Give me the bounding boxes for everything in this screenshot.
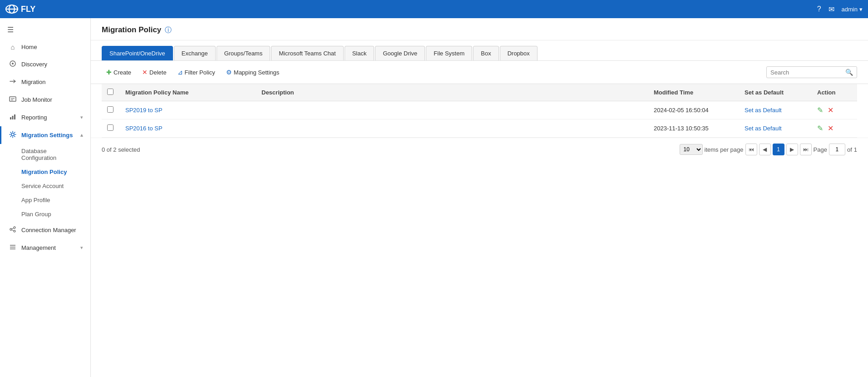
tab-dropbox[interactable]: Dropbox [500, 46, 538, 60]
svg-rect-8 [10, 117, 11, 119]
migration-settings-chevron-icon: ▴ [80, 132, 83, 138]
th-default: Set as Default [739, 84, 812, 101]
mapping-label: Mapping Settings [234, 69, 279, 76]
sidebar-item-migration[interactable]: Migration [0, 73, 90, 91]
tab-google-drive[interactable]: Google Drive [375, 46, 425, 60]
mapping-icon: ⚙ [226, 69, 232, 76]
search-icon: 🔍 [845, 69, 853, 76]
tab-file-system[interactable]: File System [426, 46, 472, 60]
sidebar-item-label: Management [21, 244, 56, 251]
of-label: of [847, 146, 852, 153]
page-title: Migration Policy [102, 25, 161, 35]
svg-point-13 [14, 227, 15, 228]
job-monitor-icon [9, 95, 17, 104]
th-description: Description [256, 84, 648, 101]
table-header-row: Migration Policy Name Description Modifi… [102, 84, 857, 101]
row1-default-cell: Set as Default [739, 101, 812, 119]
create-button[interactable]: ✚ Create [102, 66, 136, 78]
row2-name-cell: SP2016 to SP [120, 119, 256, 138]
select-all-checkbox[interactable] [107, 89, 113, 95]
sidebar-subitem-plan-group[interactable]: Plan Group [0, 207, 90, 221]
sidebar-item-job-monitor[interactable]: Job Monitor [0, 91, 90, 109]
tab-groups-teams[interactable]: Groups/Teams [217, 46, 271, 60]
sidebar-item-label: Discovery [21, 61, 47, 68]
sidebar-item-home[interactable]: ⌂ Home [0, 39, 90, 55]
prev-page-button[interactable]: ◀ [759, 144, 771, 155]
row1-delete-icon[interactable]: ✕ [828, 106, 833, 114]
topnav-right: ? ✉ admin ▾ [817, 5, 863, 14]
migration-settings-submenu: Database Configuration Migration Policy … [0, 144, 90, 221]
admin-label: admin [842, 6, 858, 13]
page-input[interactable] [829, 144, 845, 155]
app-logo[interactable]: FLY [5, 3, 35, 15]
svg-point-12 [10, 228, 12, 230]
filter-label: Filter Policy [185, 69, 215, 76]
sidebar-item-migration-settings[interactable]: Migration Settings ▴ [0, 126, 90, 144]
sidebar-item-discovery[interactable]: Discovery [0, 55, 90, 73]
management-icon [9, 243, 17, 252]
row1-checkbox[interactable] [107, 106, 113, 113]
th-policy-name: Migration Policy Name [120, 84, 256, 101]
row2-checkbox[interactable] [107, 124, 113, 131]
table-wrap: Migration Policy Name Description Modifi… [91, 84, 868, 138]
admin-arrow-icon: ▾ [859, 6, 863, 13]
table-footer: 0 of 2 selected 10 20 50 100 items per p… [91, 138, 868, 161]
delete-label: Delete [149, 69, 167, 76]
sidebar-item-label: Migration Settings [21, 132, 73, 139]
create-icon: ✚ [106, 69, 112, 76]
reporting-icon [9, 113, 17, 122]
tab-box[interactable]: Box [473, 46, 498, 60]
tab-exchange[interactable]: Exchange [174, 46, 216, 60]
selected-info: 0 of 2 selected [102, 146, 680, 153]
row2-modified: 2023-11-13 10:50:35 [654, 125, 709, 132]
reporting-chevron-icon: ▾ [80, 114, 83, 120]
row2-policy-name-link[interactable]: SP2016 to SP [125, 125, 163, 132]
delete-icon: ✕ [142, 69, 148, 76]
row1-modified: 2024-02-05 16:50:04 [654, 107, 709, 114]
toolbar: ✚ Create ✕ Delete ⊿ Filter Policy ⚙ Mapp… [91, 61, 868, 84]
page-1-button[interactable]: 1 [773, 144, 784, 155]
filter-button[interactable]: ⊿ Filter Policy [173, 66, 220, 78]
sidebar-item-connection-manager[interactable]: Connection Manager [0, 221, 90, 239]
first-page-button[interactable]: ⏮ [745, 144, 757, 155]
pagination: 10 20 50 100 items per page ⏮ ◀ 1 ▶ ⏭ Pa… [680, 144, 857, 155]
row2-set-default-button[interactable]: Set as Default [745, 125, 782, 132]
sidebar: ☰ ⌂ Home Discovery Migration Job Monitor [0, 18, 91, 377]
tab-sharepoint-onedrive[interactable]: SharePoint/OneDrive [102, 46, 173, 60]
sidebar-subitem-service-account[interactable]: Service Account [0, 179, 90, 193]
sidebar-item-label: Migration [21, 79, 45, 85]
mapping-settings-button[interactable]: ⚙ Mapping Settings [222, 66, 284, 78]
delete-button[interactable]: ✕ Delete [138, 66, 171, 78]
th-modified: Modified Time [648, 84, 739, 101]
row1-policy-name-link[interactable]: SP2019 to SP [125, 107, 163, 114]
topnav: FLY ? ✉ admin ▾ [0, 0, 868, 18]
sidebar-item-reporting[interactable]: Reporting ▾ [0, 109, 90, 126]
search-box[interactable]: 🔍 [766, 66, 857, 78]
sidebar-hamburger[interactable]: ☰ [0, 23, 90, 37]
row1-edit-icon[interactable]: ✎ [817, 106, 823, 114]
sidebar-subitem-migration-policy[interactable]: Migration Policy [0, 165, 90, 179]
sidebar-item-management[interactable]: Management ▾ [0, 239, 90, 257]
next-page-button[interactable]: ▶ [786, 144, 798, 155]
items-per-page-select[interactable]: 10 20 50 100 [680, 144, 703, 155]
svg-line-16 [12, 230, 14, 231]
row2-action-cell: ✎ ✕ [812, 119, 857, 138]
tab-slack[interactable]: Slack [345, 46, 375, 60]
table-row: SP2019 to SP 2024-02-05 16:50:04 Set as … [102, 101, 857, 119]
help-icon[interactable]: ? [817, 5, 821, 13]
row2-delete-icon[interactable]: ✕ [828, 124, 833, 132]
main-layout: ☰ ⌂ Home Discovery Migration Job Monitor [0, 18, 868, 377]
search-input[interactable] [770, 69, 845, 76]
last-page-button[interactable]: ⏭ [800, 144, 812, 155]
mail-icon[interactable]: ✉ [829, 5, 834, 14]
page-info-icon[interactable]: ⓘ [165, 26, 172, 35]
row2-edit-icon[interactable]: ✎ [817, 124, 823, 132]
sidebar-subitem-database-configuration[interactable]: Database Configuration [0, 144, 90, 165]
svg-rect-10 [14, 114, 15, 119]
admin-menu[interactable]: admin ▾ [842, 6, 863, 13]
connection-manager-icon [9, 226, 17, 234]
sidebar-subitem-app-profile[interactable]: App Profile [0, 193, 90, 207]
tab-ms-teams-chat[interactable]: Microsoft Teams Chat [271, 46, 343, 60]
app-name: FLY [21, 5, 35, 14]
row1-set-default-button[interactable]: Set as Default [745, 107, 782, 114]
